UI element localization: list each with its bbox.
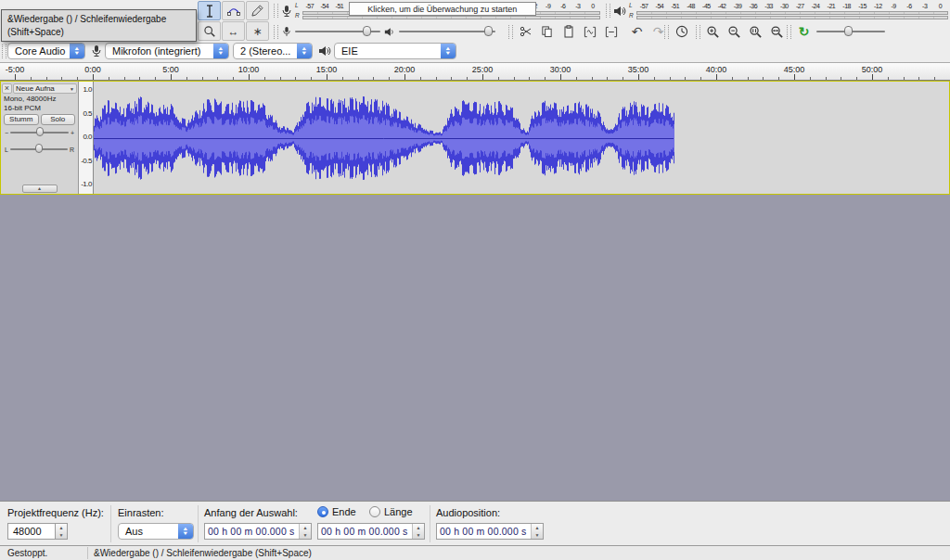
multi-tool-button[interactable]: ∗ (246, 21, 269, 41)
snap-select[interactable]: Aus ▲ ▼ (118, 523, 194, 540)
timer-record-button[interactable] (673, 23, 690, 40)
playback-device-select[interactable]: EIE ▲ ▼ (334, 43, 456, 59)
toolbar-grip[interactable] (664, 25, 669, 39)
output-volume-slider[interactable] (399, 25, 495, 38)
timeline-tick (249, 74, 250, 80)
monitor-prompt[interactable]: Klicken, um die Überwachung zu starten (349, 2, 536, 16)
clipboard-icon (563, 25, 574, 38)
fit-selection-button[interactable] (747, 23, 764, 40)
timeline-tick (404, 74, 405, 80)
zoom-tool-button[interactable] (198, 21, 221, 41)
timeshift-tool-button[interactable]: ↔ (222, 21, 245, 41)
stepper-down-icon: ▼ (413, 531, 424, 539)
copy-button[interactable] (538, 23, 556, 40)
gain-slider[interactable] (10, 127, 69, 138)
stepper[interactable]: ▲ ▼ (531, 524, 543, 539)
meter-scale-label: -54 (317, 2, 332, 10)
pencil-icon (251, 5, 263, 17)
undo-button[interactable]: ↶ (628, 23, 646, 40)
zoom-in-button[interactable] (704, 23, 722, 40)
slider-thumb[interactable] (484, 26, 493, 36)
silence-audio-button[interactable] (602, 23, 620, 40)
selection-start-field[interactable]: 00 h 00 m 00.000 s ▲ ▼ (204, 523, 312, 540)
speaker-icon (613, 6, 626, 17)
selection-end-field[interactable]: 00 h 00 m 00.000 s ▲ ▼ (317, 523, 425, 540)
status-bar: Gestoppt. &Wiedergabe () / Schleifenwied… (0, 545, 950, 560)
selection-length-radio[interactable]: Länge (369, 506, 413, 517)
vertical-ruler[interactable]: 1.00.50.0-0.5-1.0 (79, 82, 94, 194)
zoom-out-icon (727, 25, 741, 39)
timeline-label: 35:00 (628, 65, 649, 74)
timeline-tick (15, 74, 16, 80)
cut-button[interactable] (517, 23, 534, 40)
audio-position-field[interactable]: 00 h 00 m 00.000 s ▲ ▼ (436, 523, 544, 540)
toolbar-grip[interactable] (2, 45, 6, 58)
zoom-toolbar (696, 22, 786, 41)
timeline-tick (826, 77, 827, 80)
input-volume-slider[interactable] (295, 25, 380, 38)
trim-audio-button[interactable] (581, 23, 598, 40)
stepper-down-icon: ▼ (56, 531, 67, 539)
stepper[interactable]: ▲ ▼ (299, 524, 311, 539)
toolbar-grip[interactable] (606, 4, 610, 18)
mute-button[interactable]: Stumm (4, 114, 39, 125)
toolbar-grip[interactable] (274, 25, 278, 39)
timeline-tick (46, 77, 47, 80)
recording-meter[interactable]: L R -57-54-51-48-45-42-39-36-33-30-27-24… (274, 1, 600, 20)
project-rate-spinner[interactable]: 48000 ▲ ▼ (7, 523, 68, 540)
track-title-menu[interactable]: Neue Aufna ▼ (13, 83, 77, 94)
timeline-tick (358, 77, 359, 80)
solo-button[interactable]: Solo (41, 114, 76, 125)
timeline-tick (841, 77, 841, 80)
slider-thumb[interactable] (844, 26, 853, 36)
toolbar-grip[interactable] (508, 25, 513, 39)
slider-thumb[interactable] (36, 127, 44, 136)
stepper[interactable]: ▲ ▼ (412, 524, 424, 539)
zoom-out-button[interactable] (725, 23, 743, 40)
slider-thumb[interactable] (363, 26, 371, 36)
selection-start-label: Anfang der Auswahl: (204, 507, 298, 518)
timeline-tick (607, 77, 608, 80)
fit-project-button[interactable] (768, 23, 786, 40)
toolbar-grip[interactable] (787, 25, 791, 39)
timeline-tick (716, 74, 717, 80)
timeline-ruler[interactable]: -5:000:005:0010:0015:0020:0025:0030:0035… (0, 62, 950, 81)
track-area[interactable]: × Neue Aufna ▼ Mono, 48000Hz 16-bit PCM … (0, 81, 950, 501)
playback-meter[interactable]: L R -57-54-51-48-45-42-39-36-33-30-27-24… (606, 1, 948, 20)
playback-speed-slider[interactable] (816, 25, 885, 38)
radio-unselected-icon (369, 506, 380, 517)
draw-tool-button[interactable] (246, 1, 269, 20)
recording-device-select[interactable]: Mikrofon (integriert) ▲ ▼ (105, 43, 229, 59)
meter-scale-label: -9 (886, 2, 902, 10)
track-collapse-button[interactable]: ▴ (22, 185, 58, 193)
waveform-canvas[interactable] (94, 82, 947, 194)
toolbar-grip[interactable] (274, 4, 278, 18)
track-close-button[interactable]: × (2, 83, 12, 94)
radio-selected-icon (317, 506, 328, 517)
pan-slider[interactable] (10, 144, 68, 155)
playback-device-value: EIE (335, 45, 441, 57)
waveform-area[interactable] (94, 82, 949, 194)
audio-position-value: 00 h 00 m 00.000 s (437, 526, 531, 537)
scissors-icon (520, 25, 533, 38)
paste-button[interactable] (559, 23, 577, 40)
audio-host-select[interactable]: Core Audio ▲ ▼ (7, 43, 85, 59)
timeline-label: 25:00 (472, 65, 494, 74)
select-down-icon: ▼ (73, 51, 80, 57)
play-at-speed-button[interactable]: ↻ (795, 23, 813, 40)
toolbar-grip[interactable] (696, 25, 700, 39)
timeline-tick (186, 77, 187, 80)
slider-thumb[interactable] (35, 144, 43, 153)
timeline-tick (560, 74, 561, 80)
stepper[interactable]: ▲ ▼ (56, 523, 68, 540)
recording-device-value: Mikrofon (integriert) (106, 45, 213, 57)
selection-end-radio[interactable]: Ende (317, 506, 356, 517)
meter-scale-label: -30 (777, 2, 792, 10)
radio-end-label: Ende (332, 506, 356, 517)
timeline-tick (904, 77, 905, 80)
selection-tool-button[interactable] (198, 1, 221, 20)
meter-scale-label: -3 (917, 2, 932, 10)
recording-channels-select[interactable]: 2 (Stereo... ▲ ▼ (233, 43, 313, 59)
envelope-tool-button[interactable] (222, 1, 245, 20)
stepper-down-icon: ▼ (532, 531, 543, 539)
